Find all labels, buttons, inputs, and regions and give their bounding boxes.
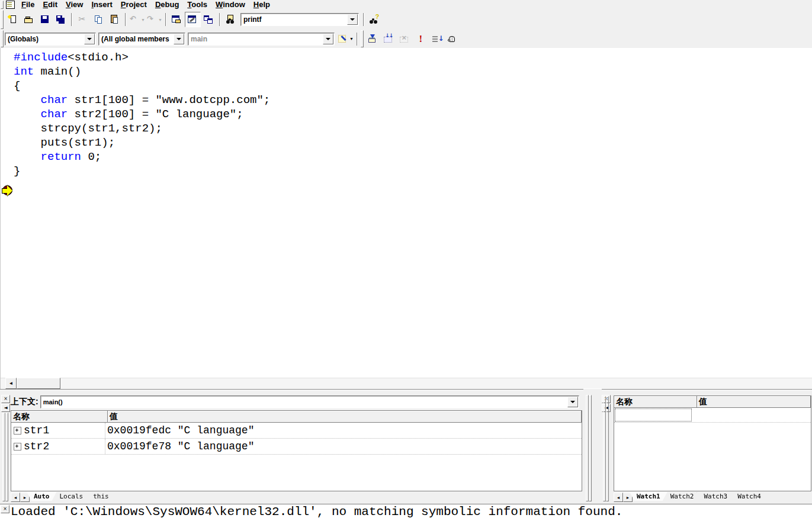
menu-tools[interactable]: Tools: [183, 0, 211, 9]
column-header-value[interactable]: 值: [697, 396, 811, 407]
cut-button[interactable]: [75, 12, 91, 27]
toolbar1-gripper[interactable]: [1, 10, 4, 29]
output-window: × Loaded 'C:\Windows\SysWOW64\kernel32.d…: [0, 504, 812, 518]
output-pane-icon: [187, 15, 198, 24]
wizard-actions-button[interactable]: ▼: [337, 31, 354, 47]
menu-help[interactable]: Help: [249, 0, 274, 9]
toolbar-separator: [219, 13, 220, 26]
close-icon[interactable]: ×: [1, 395, 10, 403]
column-header-name[interactable]: 名称: [614, 396, 697, 407]
toolbar-separator: [363, 13, 364, 26]
tab-locals[interactable]: Locals: [53, 492, 91, 501]
search-in-files-button[interactable]: [367, 12, 383, 27]
scroll-left-button[interactable]: ◄: [5, 378, 17, 389]
paste-button[interactable]: [107, 12, 123, 27]
cascade-windows-button[interactable]: [201, 12, 217, 27]
stop-build-button[interactable]: [397, 31, 413, 47]
stop-build-icon: [399, 34, 410, 44]
context-combo[interactable]: main(): [40, 395, 579, 408]
variables-window-controls: × ◄: [1, 395, 11, 503]
code-line: }: [14, 164, 270, 178]
wizard-dropdown-arrow[interactable]: ▼: [349, 37, 354, 41]
open-icon: [24, 15, 34, 24]
undo-dropdown-arrow[interactable]: ▼: [141, 18, 145, 22]
class-scope-combo[interactable]: (Globals): [5, 33, 96, 46]
code-line: char str1[100] = ″www.dotcpp.com″;: [14, 93, 270, 107]
variable-name: str1: [24, 424, 49, 436]
members-combo-dropdown-button[interactable]: [174, 34, 184, 44]
breakpoint-margin[interactable]: [1, 48, 12, 377]
execute-program-button[interactable]: [413, 31, 429, 47]
compile-button[interactable]: [365, 31, 381, 47]
watch-name-input[interactable]: [615, 408, 692, 422]
output-pane-button[interactable]: [185, 12, 201, 27]
close-icon[interactable]: ×: [1, 505, 9, 513]
watch-gripper[interactable]: [606, 396, 609, 501]
find-combo[interactable]: printf: [240, 13, 359, 26]
menubar-gripper[interactable]: [1, 1, 4, 9]
collapse-icon[interactable]: ◄: [1, 404, 10, 412]
new-file-icon: [8, 15, 18, 24]
save-all-button[interactable]: [53, 12, 69, 27]
toggle-breakpoint-button[interactable]: [445, 31, 461, 47]
find-in-files-button[interactable]: [223, 12, 239, 27]
code-editor[interactable]: #include<stdio.h>int main(){ char str1[1…: [0, 48, 812, 389]
build-button[interactable]: [381, 31, 397, 47]
variable-row[interactable]: str10x0019fedc ″C language″: [11, 423, 582, 439]
tab-watch3[interactable]: Watch3: [697, 492, 735, 501]
menu-view[interactable]: View: [62, 0, 87, 9]
menu-edit[interactable]: Edit: [38, 0, 62, 9]
watch-grid[interactable]: 名称值: [614, 395, 811, 491]
tab-this[interactable]: this: [86, 492, 116, 501]
redo-button[interactable]: ▼: [146, 12, 163, 27]
function-combo-dropdown-button[interactable]: [323, 34, 333, 44]
editor-horizontal-scrollbar[interactable]: ◄: [1, 378, 812, 388]
column-header-value[interactable]: 值: [108, 411, 582, 422]
watch-new-row[interactable]: [614, 408, 811, 423]
tabs-scroll-left-icon[interactable]: ◄: [11, 493, 20, 502]
redo-dropdown-arrow[interactable]: ▼: [158, 18, 162, 22]
code-line: strcpy(str1,str2);: [14, 121, 270, 136]
workspace-icon: [171, 15, 182, 24]
output-text: Loaded 'C:\Windows\SysWOW64\kernel32.dll…: [11, 505, 622, 518]
members-combo[interactable]: (All global members: [98, 33, 185, 46]
build-toolbar-gripper[interactable]: [361, 30, 364, 47]
panel-splitter[interactable]: [583, 389, 602, 504]
menu-insert[interactable]: Insert: [87, 0, 116, 9]
menu-window[interactable]: Window: [211, 0, 249, 9]
wizard-bar-toolbar: (Globals) (All global members main ▼: [0, 30, 812, 49]
variable-row[interactable]: str20x0019fe78 ″C language″: [11, 439, 582, 455]
code-line: char str2[100] = ″C language″;: [14, 107, 270, 121]
expand-icon[interactable]: [14, 427, 21, 435]
find-combo-dropdown-button[interactable]: [347, 14, 358, 25]
class-scope-value: (Globals): [5, 35, 84, 43]
open-button[interactable]: [21, 12, 37, 27]
variables-gripper[interactable]: [5, 413, 8, 501]
go-button[interactable]: [429, 31, 445, 47]
expand-icon[interactable]: [14, 443, 21, 451]
document-system-icon[interactable]: [6, 1, 15, 9]
tab-watch4[interactable]: Watch4: [730, 492, 768, 501]
variables-grid[interactable]: 名称值 str10x0019fedc ″C language″str20x001…: [11, 410, 582, 491]
menu-file[interactable]: File: [17, 0, 38, 9]
tab-watch1[interactable]: Watch1: [630, 492, 667, 501]
copy-button[interactable]: [91, 12, 107, 27]
tab-auto[interactable]: Auto: [27, 492, 57, 501]
toolbar-separator: [71, 13, 72, 26]
save-button[interactable]: [37, 12, 53, 27]
new-file-button[interactable]: [5, 12, 21, 27]
tabs-scroll-left-icon[interactable]: ◄: [614, 493, 623, 502]
toolbar-separator: [125, 13, 126, 26]
context-combo-dropdown-button[interactable]: [567, 397, 578, 407]
workspace-button[interactable]: [169, 12, 185, 27]
build-icon: [383, 34, 394, 44]
scrollbar-thumb[interactable]: [17, 378, 60, 389]
function-combo[interactable]: main: [188, 33, 335, 46]
toolbar2-gripper[interactable]: [1, 30, 4, 47]
menu-debug[interactable]: Debug: [151, 0, 183, 9]
column-header-name[interactable]: 名称: [11, 411, 108, 422]
class-scope-dropdown-button[interactable]: [84, 34, 95, 44]
menu-project[interactable]: Project: [117, 0, 151, 9]
undo-button[interactable]: ▼: [129, 12, 146, 27]
tab-watch2[interactable]: Watch2: [663, 492, 701, 501]
